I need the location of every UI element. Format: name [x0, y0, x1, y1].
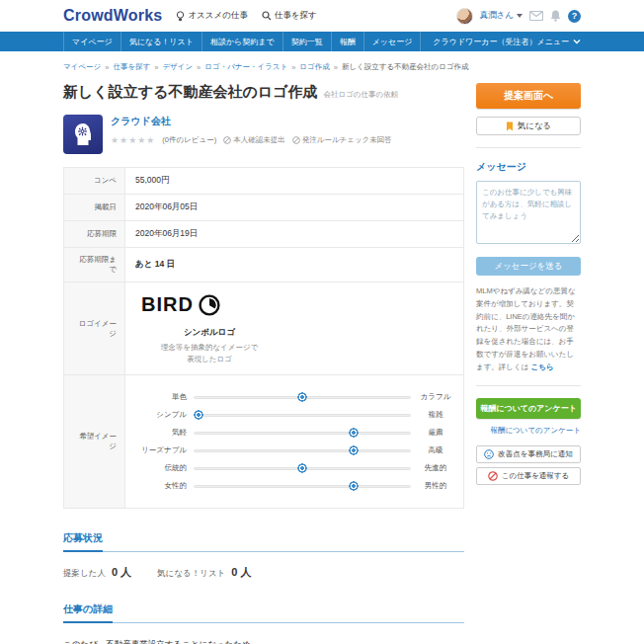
breadcrumb-logo-creation[interactable]: ロゴ作成	[299, 62, 329, 72]
row-label-compe: コンペ	[64, 168, 125, 195]
search-jobs-link[interactable]: 仕事を探す	[262, 10, 317, 22]
worker-menu-label: クラウドワーカー（受注者）メニュー	[433, 37, 569, 47]
breadcrumb-separator: »	[197, 63, 201, 72]
main-content: 新しく設立する不動産会社のロゴ作成 会社ロゴの仕事の依頼	[63, 83, 464, 644]
slider-right-label: 複雑	[418, 410, 453, 420]
row-value-posted-date: 2020年06月05日	[125, 195, 464, 221]
crowdworks-logo[interactable]: CrowdWorks	[63, 7, 162, 25]
table-row: 希望イメージ 単色 カラフル シンプル 複雑	[64, 375, 464, 509]
table-row: 応募期限 2020年06月19日	[64, 221, 464, 248]
breadcrumb-logo-banner-illustration[interactable]: ロゴ・バナー・イラスト	[204, 62, 287, 72]
slider-monochrome-colorful: 単色 カラフル	[135, 392, 453, 402]
proposed-label: 提案した人	[63, 568, 106, 580]
order-rule-check-label: 発注ルールチェック未回答	[302, 135, 392, 145]
slider-handle[interactable]	[349, 445, 359, 455]
logo-type-title: シンボルロゴ	[135, 327, 283, 339]
client-avatar[interactable]	[63, 115, 103, 154]
slider-right-label: 男性的	[418, 481, 453, 491]
slider-left-label: シンプル	[135, 410, 187, 420]
worker-menu-dropdown[interactable]: クラウドワーカー（受注者）メニュー	[433, 32, 581, 51]
slider-track[interactable]	[194, 485, 411, 488]
slider-left-label: 伝統的	[135, 463, 187, 473]
reward-survey-link[interactable]: 報酬についてのアンケート	[476, 426, 581, 436]
nav-mypage[interactable]: マイページ	[63, 32, 121, 51]
help-icon[interactable]: ?	[568, 10, 581, 23]
slider-right-label: 厳粛	[418, 428, 453, 438]
slider-left-label: リーズナブル	[135, 445, 187, 455]
interested-count: 0 人	[231, 565, 251, 580]
breadcrumb-current: 新しく設立する不動産会社のロゴ作成	[342, 62, 469, 72]
breadcrumb-search-jobs[interactable]: 仕事を探す	[113, 62, 150, 72]
nav-favorites-list[interactable]: 気になる！リスト	[121, 32, 202, 51]
frown-face-icon	[484, 449, 494, 459]
job-spec-table: コンペ 55,000円 掲載日 2020年06月05日 応募期限 2020年06…	[63, 167, 464, 509]
row-value-deadline: 2020年06月19日	[125, 221, 464, 248]
slider-simple-complex: シンプル 複雑	[135, 410, 453, 420]
table-row: 応募期限まで あと 14 日	[64, 248, 464, 282]
slider-left-label: 気軽	[135, 428, 187, 438]
recommended-jobs-link[interactable]: オススメの仕事	[176, 10, 248, 22]
slider-handle[interactable]	[297, 463, 307, 473]
nav-messages[interactable]: メッセージ	[364, 32, 422, 51]
not-answered-icon	[292, 136, 300, 144]
job-detail-body: このたび、不動産事業設立することになったため、 会社のロゴを作成したく、デザイン…	[63, 636, 464, 644]
job-detail-section: 仕事の詳細 このたび、不動産事業設立することになったため、 会社のロゴを作成した…	[63, 599, 464, 644]
application-status-section: 応募状況 提案した人 0 人 気になる！リスト 0 人	[63, 527, 464, 580]
reward-survey-button[interactable]: 報酬についてのアンケート	[476, 398, 581, 419]
lightbulb-icon	[176, 11, 185, 22]
slider-handle[interactable]	[349, 428, 359, 438]
slider-track[interactable]	[194, 467, 411, 470]
slider-handle[interactable]	[194, 410, 203, 420]
breadcrumb-separator: »	[291, 63, 295, 72]
nav-rewards[interactable]: 報酬	[332, 32, 364, 51]
favorite-button-label: 気になる	[518, 121, 552, 132]
search-icon	[262, 11, 272, 21]
slider-right-label: カラフル	[418, 392, 453, 402]
report-job-label: この仕事を通報する	[502, 471, 569, 481]
breadcrumb-mypage[interactable]: マイページ	[63, 62, 101, 72]
slider-track[interactable]	[194, 414, 411, 417]
identity-unverified-label: 本人確認未提出	[233, 135, 285, 145]
not-submitted-icon	[223, 136, 231, 144]
message-input[interactable]	[476, 181, 581, 244]
slider-track[interactable]	[194, 449, 411, 452]
identity-unverified-badge: 本人確認未提出	[223, 135, 285, 145]
fraud-warning-link[interactable]: こちら	[530, 362, 553, 371]
slider-reasonable-luxury: リーズナブル 高級	[135, 445, 453, 455]
chevron-down-icon	[573, 40, 581, 44]
mail-icon[interactable]	[529, 11, 543, 21]
breadcrumb: マイページ » 仕事を探す » デザイン » ロゴ・バナー・イラスト » ロゴ作…	[63, 62, 581, 72]
recommended-jobs-label: オススメの仕事	[188, 10, 248, 22]
slider-track[interactable]	[194, 396, 411, 399]
breadcrumb-separator: »	[105, 63, 109, 72]
client-star-rating: ★★★★★	[111, 135, 155, 145]
detail-line: このたび、不動産事業設立することになったため、	[63, 636, 464, 644]
send-message-button[interactable]: メッセージを送る	[476, 257, 581, 276]
user-avatar[interactable]	[456, 8, 473, 25]
proposed-count: 0 人	[112, 565, 131, 580]
bell-icon[interactable]	[550, 10, 561, 22]
report-improvement-button[interactable]: 改善点を事務局に通知	[476, 445, 581, 463]
slider-feminine-masculine: 女性的 男性的	[135, 481, 453, 491]
slider-left-label: 単色	[135, 392, 187, 402]
slider-handle[interactable]	[349, 481, 359, 491]
user-menu[interactable]: 真潤さん	[480, 10, 523, 22]
head-gear-icon	[70, 121, 96, 147]
slider-track[interactable]	[194, 432, 411, 435]
slider-left-label: 女性的	[135, 481, 187, 491]
table-row: ロゴイメージ BIRD	[64, 282, 464, 375]
slider-right-label: 先進的	[418, 463, 453, 473]
order-rule-check-badge: 発注ルールチェック未回答	[292, 135, 392, 145]
breadcrumb-design[interactable]: デザイン	[162, 62, 193, 72]
nav-consult-to-contract[interactable]: 相談から契約まで	[202, 32, 283, 51]
client-review-count: (0件のレビュー)	[162, 135, 216, 145]
table-row: コンペ 55,000円	[64, 168, 464, 195]
user-name: 真潤さん	[480, 10, 514, 22]
slider-handle[interactable]	[297, 392, 307, 402]
client-name-link[interactable]: クラウド会社	[111, 115, 392, 128]
favorite-button[interactable]: 気になる	[476, 117, 581, 135]
propose-button[interactable]: 提案画面へ	[476, 83, 581, 109]
nav-contract-list[interactable]: 契約一覧	[283, 32, 332, 51]
logo-type-description-line1: 理念等を抽象的なイメージで	[135, 342, 283, 354]
report-job-button[interactable]: この仕事を通報する	[476, 467, 581, 485]
